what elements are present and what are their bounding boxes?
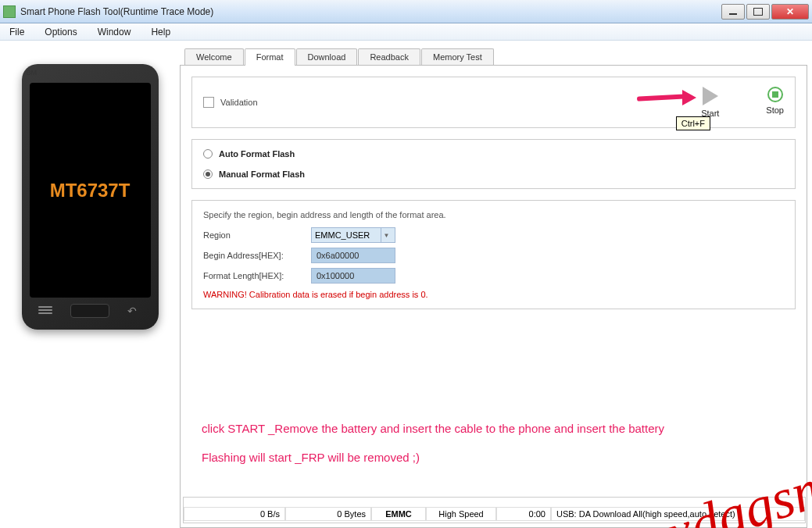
manual-format-radio[interactable] [203, 169, 213, 179]
menu-options[interactable]: Options [41, 25, 80, 39]
format-length-label: Format Length[HEX]: [203, 271, 305, 280]
format-tab-content: Validation Start [180, 65, 807, 528]
app-icon [3, 5, 16, 18]
manual-format-label: Manual Format Flash [219, 169, 305, 179]
format-length-input[interactable] [311, 268, 395, 284]
status-info: USB: DA Download All(high speed,auto det… [551, 507, 805, 521]
top-panel: Validation Start [191, 77, 796, 128]
window-controls [721, 4, 809, 20]
main-panel: Welcome Format Download Readback Memory … [180, 41, 812, 528]
auto-format-radio[interactable] [203, 149, 213, 159]
window-title: Smart Phone Flash Tool(Runtime Trace Mod… [20, 6, 721, 17]
stop-icon [767, 87, 783, 102]
phone-graphic: BM MT6737T ↶ [22, 64, 159, 330]
validation-checkbox[interactable] [203, 97, 214, 108]
menu-help[interactable]: Help [148, 25, 173, 39]
content-area: BM MT6737T ↶ Welcome Format Download Rea… [0, 41, 812, 528]
menu-icon [38, 306, 52, 316]
tab-format[interactable]: Format [245, 48, 295, 66]
instructions-overlay: click START _Remove the battery and inse… [191, 420, 675, 478]
back-icon: ↶ [127, 306, 141, 316]
statusbar: 0 B/s 0 Bytes EMMC High Speed 0:00 USB: … [183, 497, 806, 523]
maximize-button[interactable] [746, 4, 770, 20]
tab-strip: Welcome Format Download Readback Memory … [184, 48, 807, 66]
menu-window[interactable]: Window [95, 25, 134, 39]
spec-text: Specify the region, begin address and le… [203, 210, 784, 219]
region-panel: Specify the region, begin address and le… [191, 200, 796, 309]
start-tooltip: Ctrl+F [676, 116, 710, 130]
format-length-row: Format Length[HEX]: [203, 268, 784, 284]
manual-format-row: Manual Format Flash [203, 169, 784, 179]
play-icon [703, 87, 718, 105]
titlebar: Smart Phone Flash Tool(Runtime Trace Mod… [0, 0, 812, 23]
status-speed: 0 B/s [184, 507, 285, 521]
begin-address-row: Begin Address[HEX]: [203, 248, 784, 263]
menu-file[interactable]: File [6, 25, 27, 39]
begin-address-label: Begin Address[HEX]: [203, 251, 305, 260]
stop-label: Stop [766, 105, 784, 115]
instruction-line2: Flashing will start _FRP will be removed… [202, 449, 664, 466]
action-buttons: Start Stop [701, 87, 784, 118]
app-window: Smart Phone Flash Tool(Runtime Trace Mod… [0, 0, 812, 528]
tab-memory-test[interactable]: Memory Test [421, 48, 494, 66]
tab-download[interactable]: Download [296, 48, 358, 66]
begin-address-input[interactable] [311, 248, 395, 263]
menubar: File Options Window Help [0, 23, 812, 41]
minimize-button[interactable] [721, 4, 745, 20]
auto-format-row: Auto Format Flash [203, 149, 784, 159]
auto-format-label: Auto Format Flash [219, 149, 295, 159]
chipset-label: MT6737T [50, 180, 131, 202]
stop-button[interactable]: Stop [766, 87, 784, 115]
tab-readback[interactable]: Readback [358, 48, 420, 66]
sidebar: BM MT6737T ↶ [0, 41, 180, 528]
phone-buttons: ↶ [30, 304, 151, 318]
format-mode-panel: Auto Format Flash Manual Format Flash [191, 139, 796, 189]
phone-bm-label: BM [27, 69, 38, 77]
region-label: Region [203, 230, 305, 240]
region-row: Region EMMC_USER ▼ [203, 227, 784, 243]
validation-label: Validation [220, 98, 258, 107]
home-icon [70, 304, 109, 318]
tab-welcome[interactable]: Welcome [184, 48, 244, 66]
start-button[interactable]: Start [701, 87, 719, 118]
close-button[interactable] [771, 4, 809, 20]
warning-text: WARNING! Calibration data is erased if b… [203, 290, 784, 299]
status-bytes: 0 Bytes [285, 507, 371, 521]
status-storage: EMMC [371, 507, 426, 521]
validation-row: Validation [203, 97, 258, 108]
status-time: 0:00 [496, 507, 551, 521]
instruction-line1: click START _Remove the battery and inse… [202, 420, 664, 437]
chevron-down-icon: ▼ [381, 228, 392, 242]
region-value: EMMC_USER [315, 230, 370, 240]
region-dropdown[interactable]: EMMC_USER ▼ [311, 227, 395, 243]
status-mode: High Speed [426, 507, 496, 521]
phone-screen: MT6737T [30, 83, 151, 298]
